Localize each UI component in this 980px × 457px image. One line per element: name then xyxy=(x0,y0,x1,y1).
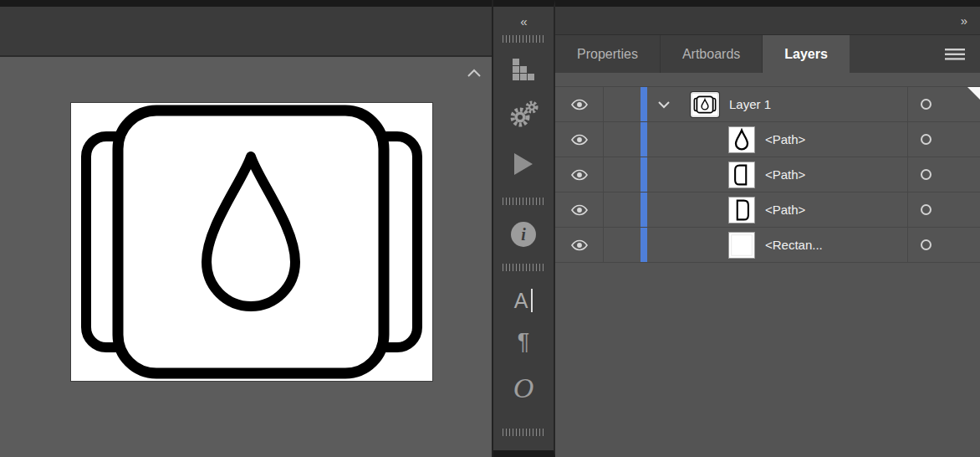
dock-drag-handle[interactable] xyxy=(503,264,544,271)
target-column xyxy=(907,157,980,192)
info-letter: i xyxy=(521,225,526,244)
collapse-dock-button[interactable]: « xyxy=(493,7,554,35)
tab-properties[interactable]: Properties xyxy=(555,35,661,73)
target-column xyxy=(907,122,980,157)
selection-color-bar xyxy=(641,193,647,227)
lock-column[interactable] xyxy=(604,122,641,157)
target-circle[interactable] xyxy=(921,99,932,110)
target-column xyxy=(907,193,980,227)
eye-icon xyxy=(570,204,589,216)
target-circle[interactable] xyxy=(921,204,932,215)
text-cursor-bar xyxy=(531,289,533,312)
gears-glyph xyxy=(508,100,538,129)
type-letter: A xyxy=(514,289,528,313)
lock-column[interactable] xyxy=(604,228,641,262)
thumbnail-right-bracket xyxy=(730,198,753,222)
paragraph-glyph: ¶ xyxy=(518,329,530,355)
visibility-toggle[interactable] xyxy=(555,87,604,121)
glyph-o-letter: O xyxy=(513,372,534,404)
eye-icon xyxy=(570,99,589,110)
layer-name[interactable]: <Rectan... xyxy=(765,238,823,252)
layer-row[interactable]: <Path> xyxy=(555,157,980,193)
blocks-glyph xyxy=(512,58,535,80)
scroll-up-icon[interactable] xyxy=(467,69,482,78)
visibility-toggle[interactable] xyxy=(555,228,604,262)
layers-list: Layer 1 xyxy=(555,86,980,263)
dock-drag-handle[interactable] xyxy=(503,429,544,436)
path-thumbnail-right-bracket[interactable] xyxy=(728,197,755,223)
paragraph-icon[interactable]: ¶ xyxy=(518,330,530,353)
selection-color-bar xyxy=(641,228,647,262)
layer-thumbnail[interactable] xyxy=(691,92,719,117)
layers-panel: » Properties Artboards Layers xyxy=(555,0,980,457)
canvas-area xyxy=(0,0,493,457)
gears-icon[interactable] xyxy=(508,100,538,129)
canvas[interactable] xyxy=(0,57,492,457)
layers-panel-body: Layer 1 xyxy=(555,73,980,457)
info-icon[interactable]: i xyxy=(511,222,536,247)
chevron-down-icon[interactable] xyxy=(657,100,671,109)
selection-color-bar xyxy=(641,87,647,121)
visibility-toggle[interactable] xyxy=(555,193,604,227)
panel-menu-button[interactable] xyxy=(945,35,980,73)
target-circle[interactable] xyxy=(921,169,932,180)
lock-column[interactable] xyxy=(604,193,641,227)
dock-drag-handle[interactable] xyxy=(503,35,544,43)
path-thumbnail-left-bracket[interactable] xyxy=(728,162,755,188)
tab-artboards[interactable]: Artboards xyxy=(661,35,763,73)
hamburger-icon xyxy=(945,49,965,60)
artboard[interactable] xyxy=(71,103,432,381)
illustrator-window: « xyxy=(0,0,980,457)
glyphs-icon[interactable]: O xyxy=(513,372,534,405)
collapse-left-icon: « xyxy=(520,14,526,28)
layer-row[interactable]: Layer 1 xyxy=(555,87,980,122)
type-tool-icon[interactable]: A xyxy=(514,288,533,313)
canvas-topbar xyxy=(0,0,492,57)
play-glyph xyxy=(513,152,533,176)
tab-label: Artboards xyxy=(682,47,740,62)
eye-icon xyxy=(570,169,589,181)
thumbnail-artwork xyxy=(693,95,717,114)
tab-label: Properties xyxy=(577,47,638,62)
graph-blocks-icon[interactable] xyxy=(512,58,535,80)
eye-icon xyxy=(570,134,589,146)
tab-layers[interactable]: Layers xyxy=(763,35,850,73)
panel-tabbar: Properties Artboards Layers xyxy=(555,35,980,73)
visibility-toggle[interactable] xyxy=(555,157,604,192)
expand-right-icon[interactable]: » xyxy=(961,13,967,28)
layer-row[interactable]: <Rectan... xyxy=(555,228,980,263)
lock-column[interactable] xyxy=(604,87,641,121)
thumbnail-rectangle xyxy=(730,234,753,257)
layer-name[interactable]: <Path> xyxy=(765,203,805,217)
layer-name[interactable]: <Path> xyxy=(765,132,805,146)
layer-row[interactable]: <Path> xyxy=(555,193,980,228)
thumbnail-left-bracket xyxy=(730,163,753,187)
layer-name[interactable]: <Path> xyxy=(765,167,805,182)
selection-color-bar xyxy=(641,157,647,192)
target-column xyxy=(907,228,980,262)
rectangle-thumbnail[interactable] xyxy=(728,232,755,259)
thumbnail-drop xyxy=(730,128,753,151)
eye-icon xyxy=(570,239,589,251)
layer-name[interactable]: Layer 1 xyxy=(729,97,771,111)
artwork-drop-icon xyxy=(71,103,432,381)
lock-column[interactable] xyxy=(604,157,641,192)
layer-row[interactable]: <Path> xyxy=(555,122,980,157)
tab-label: Layers xyxy=(784,47,828,62)
selection-color-bar xyxy=(641,122,647,157)
corner-indicator xyxy=(967,87,980,100)
play-icon[interactable] xyxy=(513,152,533,176)
path-thumbnail-drop[interactable] xyxy=(728,126,755,153)
dock-drag-handle[interactable] xyxy=(503,198,544,205)
target-circle[interactable] xyxy=(921,134,932,145)
visibility-toggle[interactable] xyxy=(555,122,604,157)
panel-topbar: » xyxy=(555,7,980,35)
icon-dock: « xyxy=(493,0,555,457)
target-circle[interactable] xyxy=(921,239,932,250)
